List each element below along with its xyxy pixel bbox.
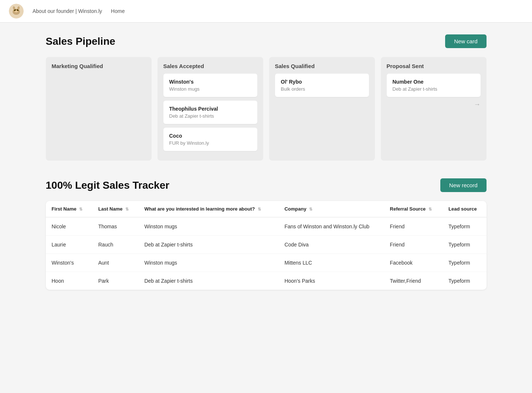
kanban-column-sales-qualified: Sales Qualified Ol' Rybo Bulk orders [269,57,375,161]
table-row[interactable]: Winston'sAuntWinston mugsMittens LLCFace… [46,254,487,272]
cell-referral_source: Facebook [384,254,443,272]
cell-first_name: Laurie [46,236,92,254]
kanban-card-coco[interactable]: Coco FUR by Winston.ly [163,128,257,151]
cell-referral_source: Twitter,Friend [384,272,443,290]
kanban-card-name: Theophilus Percival [169,106,251,112]
kanban-card-sub: Deb at Zapier t-shirts [393,86,475,92]
tracker-table: First Name ⇅ Last Name ⇅ What are you in… [46,201,487,290]
cell-interest: Winston mugs [138,217,278,236]
kanban-card-theophilus[interactable]: Theophilus Percival Deb at Zapier t-shir… [163,101,257,124]
kanban-column-proposal-sent: Proposal Sent Number One Deb at Zapier t… [381,57,487,161]
table-row[interactable]: HoonParkDeb at Zapier t-shirtsHoon's Par… [46,272,487,290]
table-header-row: First Name ⇅ Last Name ⇅ What are you in… [46,201,487,217]
pipeline-header: Sales Pipeline New card [46,34,487,48]
kanban-column-title-proposal-sent: Proposal Sent [387,63,481,69]
navbar-link-founder[interactable]: About our founder | Winston.ly [33,8,102,14]
col-header-lead-source[interactable]: Lead source [443,201,486,217]
kanban-board: Marketing Qualified Sales Accepted Winst… [46,57,487,161]
table-row[interactable]: NicoleThomasWinston mugsFans of Winston … [46,217,487,236]
pipeline-title: Sales Pipeline [46,36,115,47]
kanban-column-title-marketing-qualified: Marketing Qualified [52,63,146,69]
kanban-card-number-one[interactable]: Number One Deb at Zapier t-shirts [387,74,481,97]
tracker-header: 100% Legit Sales Tracker New record [46,178,487,192]
navbar: About our founder | Winston.ly Home [0,0,532,23]
navbar-logo [9,4,24,19]
cell-company: Fans of Winston and Winston.ly Club [278,217,384,236]
new-record-button[interactable]: New record [440,178,487,192]
sort-icon-last-name: ⇅ [125,207,129,212]
sort-icon-interest: ⇅ [258,207,261,212]
cell-lead_source: Typeform [443,254,486,272]
kanban-card-name: Number One [393,79,475,85]
table-row[interactable]: LaurieRauchDeb at Zapier t-shirtsCode Di… [46,236,487,254]
cell-company: Mittens LLC [278,254,384,272]
kanban-card-name: Winston's [169,79,251,85]
tracker-table-container: First Name ⇅ Last Name ⇅ What are you in… [46,201,487,290]
sort-icon-referral-source: ⇅ [428,207,432,212]
navbar-link-home[interactable]: Home [111,8,125,14]
kanban-card-name: Ol' Rybo [281,79,363,85]
kanban-card-winstons[interactable]: Winston's Winston mugs [163,74,257,97]
kanban-card-sub: FUR by Winston.ly [169,140,251,146]
kanban-card-sub: Bulk orders [281,86,363,92]
cell-referral_source: Friend [384,217,443,236]
sort-icon-company: ⇅ [309,207,312,212]
cell-interest: Deb at Zapier t-shirts [138,272,278,290]
sort-icon-first-name: ⇅ [79,207,82,212]
cell-interest: Deb at Zapier t-shirts [138,236,278,254]
cell-lead_source: Typeform [443,236,486,254]
kanban-column-title-sales-accepted: Sales Accepted [163,63,257,69]
cell-first_name: Nicole [46,217,92,236]
tracker-title: 100% Legit Sales Tracker [46,179,170,191]
cell-last_name: Rauch [92,236,139,254]
cell-last_name: Park [92,272,139,290]
main-content: Sales Pipeline New card Marketing Qualif… [37,23,495,313]
col-header-referral-source[interactable]: Referral Source ⇅ [384,201,443,217]
cell-referral_source: Friend [384,236,443,254]
kanban-card-name: Coco [169,133,251,139]
kanban-card-ol-rybo[interactable]: Ol' Rybo Bulk orders [275,74,369,97]
cell-last_name: Thomas [92,217,139,236]
col-header-company[interactable]: Company ⇅ [278,201,384,217]
cell-lead_source: Typeform [443,217,486,236]
kanban-column-title-sales-qualified: Sales Qualified [275,63,369,69]
cell-interest: Winston mugs [138,254,278,272]
new-card-button[interactable]: New card [445,34,486,48]
cell-company: Hoon's Parks [278,272,384,290]
cell-company: Code Diva [278,236,384,254]
cell-first_name: Winston's [46,254,92,272]
kanban-card-sub: Winston mugs [169,86,251,92]
col-header-interest[interactable]: What are you interested in learning more… [138,201,278,217]
kanban-column-footer: → [387,101,481,108]
svg-point-6 [15,11,18,13]
cell-first_name: Hoon [46,272,92,290]
kanban-column-marketing-qualified: Marketing Qualified [46,57,152,161]
col-header-first-name[interactable]: First Name ⇅ [46,201,92,217]
cell-lead_source: Typeform [443,272,486,290]
tracker-section: 100% Legit Sales Tracker New record Firs… [46,178,487,290]
next-arrow-icon[interactable]: → [474,101,481,108]
kanban-column-sales-accepted: Sales Accepted Winston's Winston mugs Th… [157,57,263,161]
col-header-last-name[interactable]: Last Name ⇅ [92,201,139,217]
cell-last_name: Aunt [92,254,139,272]
kanban-card-sub: Deb at Zapier t-shirts [169,113,251,119]
